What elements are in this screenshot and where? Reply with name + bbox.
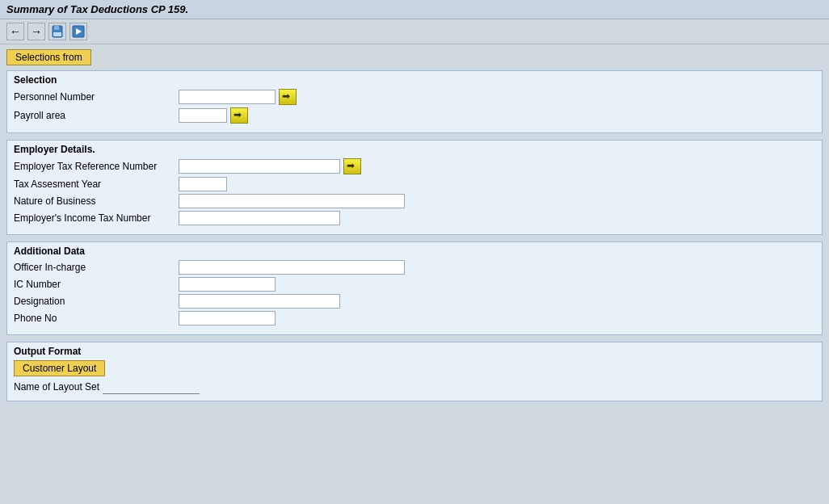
phone-no-row: Phone No <box>14 311 815 326</box>
employer-tax-ref-row: Employer Tax Reference Number <box>14 158 815 174</box>
tax-assessment-year-input[interactable] <box>179 177 227 191</box>
title-bar: Summary of Tax Deductions CP 159. <box>0 0 829 19</box>
page-title: Summary of Tax Deductions CP 159. <box>6 3 188 15</box>
output-format-section: Output Format Customer Layout Name of La… <box>6 342 823 401</box>
selection-title: Selection <box>14 74 815 86</box>
personnel-number-arrow[interactable] <box>279 89 297 105</box>
tax-assessment-year-row: Tax Assesment Year <box>14 177 815 191</box>
customer-layout-button[interactable]: Customer Layout <box>14 360 105 376</box>
officer-incharge-input[interactable] <box>179 260 405 275</box>
designation-input[interactable] <box>179 294 340 309</box>
employer-income-tax-input[interactable] <box>179 211 340 225</box>
selection-section: Selection Personnel Number Payroll area <box>6 70 823 133</box>
ic-number-label: IC Number <box>14 279 175 290</box>
content-area: Selections from Selection Personnel Numb… <box>0 44 829 413</box>
nature-of-business-label: Nature of Business <box>14 195 175 207</box>
officer-incharge-row: Officer In-charge <box>14 260 815 275</box>
execute-icon[interactable] <box>69 23 87 40</box>
output-format-title: Output Format <box>14 346 815 357</box>
selections-from-button[interactable]: Selections from <box>6 49 91 65</box>
name-of-layout-input[interactable] <box>103 380 200 394</box>
ic-number-input[interactable] <box>179 277 276 292</box>
employer-details-title: Employer Details. <box>14 144 815 155</box>
payroll-area-row: Payroll area <box>14 107 815 124</box>
additional-data-section: Additional Data Officer In-charge IC Num… <box>6 242 823 335</box>
forward-icon[interactable]: → <box>27 23 45 40</box>
tax-assessment-year-label: Tax Assesment Year <box>14 178 175 190</box>
svg-rect-1 <box>54 26 59 30</box>
employer-tax-ref-input[interactable] <box>179 159 340 174</box>
designation-row: Designation <box>14 294 815 309</box>
employer-tax-ref-label: Employer Tax Reference Number <box>14 161 175 172</box>
employer-income-tax-label: Employer's Income Tax Number <box>14 212 175 224</box>
personnel-number-row: Personnel Number <box>14 89 815 105</box>
name-of-layout-row: Name of Layout Set <box>14 380 815 394</box>
phone-no-input[interactable] <box>179 311 276 326</box>
name-of-layout-label: Name of Layout Set <box>14 381 99 393</box>
employer-income-tax-row: Employer's Income Tax Number <box>14 211 815 225</box>
payroll-area-label: Payroll area <box>14 110 175 121</box>
personnel-number-input[interactable] <box>179 90 276 104</box>
back-icon[interactable]: ← <box>6 23 24 40</box>
designation-label: Designation <box>14 296 175 307</box>
personnel-number-label: Personnel Number <box>14 91 175 103</box>
ic-number-row: IC Number <box>14 277 815 292</box>
nature-of-business-input[interactable] <box>179 194 405 208</box>
employer-tax-ref-arrow[interactable] <box>343 158 361 174</box>
svg-rect-2 <box>53 32 61 36</box>
payroll-area-input[interactable] <box>179 108 227 123</box>
officer-incharge-label: Officer In-charge <box>14 262 175 273</box>
nature-of-business-row: Nature of Business <box>14 194 815 208</box>
additional-data-title: Additional Data <box>14 246 815 257</box>
employer-details-section: Employer Details. Employer Tax Reference… <box>6 140 823 235</box>
phone-no-label: Phone No <box>14 313 175 324</box>
save-icon[interactable] <box>48 23 66 40</box>
toolbar: ← → <box>0 19 829 44</box>
payroll-area-arrow[interactable] <box>230 107 248 124</box>
